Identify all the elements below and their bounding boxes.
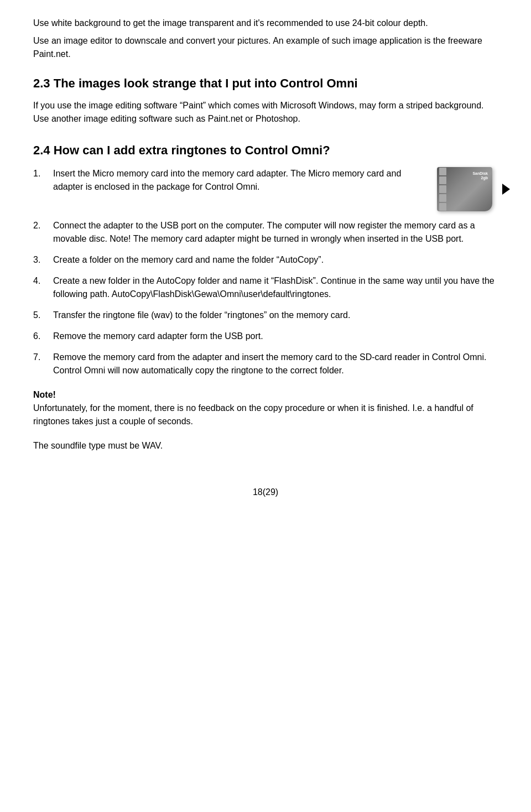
list-item: 1. Insert the Micro memory card into the… (33, 167, 498, 211)
item-text-content-1: Insert the Micro memory card into the me… (53, 169, 401, 191)
sd-stripe-2 (439, 176, 446, 184)
sd-size: 2gb (472, 176, 488, 180)
list-item: 2. Connect the adapter to the USB port o… (33, 219, 498, 246)
note-text: Unfortunately, for the moment, there is … (33, 403, 473, 426)
item-number-3: 3. (33, 253, 53, 267)
arrow-right-icon (502, 184, 510, 195)
note-heading: Note! (33, 390, 56, 399)
item-text-2: Connect the adapter to the USB port on t… (53, 219, 498, 246)
sd-card-image-container: SanDisk 2gb (437, 167, 498, 211)
item-text-4: Create a new folder in the AutoCopy fold… (53, 274, 498, 301)
list-item: 3. Create a folder on the memory card an… (33, 253, 498, 267)
section-2-4-heading: 2.4 How can I add extra ringtones to Con… (33, 141, 498, 159)
sd-stripe-5 (439, 203, 446, 211)
sd-stripe-1 (439, 168, 446, 175)
list-item: 4. Create a new folder in the AutoCopy f… (33, 274, 498, 301)
sd-card-visual: SanDisk 2gb (437, 167, 492, 211)
sd-brand: SanDisk (472, 171, 488, 176)
list-item: 5. Transfer the ringtone file (wav) to t… (33, 309, 498, 322)
item-number-4: 4. (33, 274, 53, 288)
wav-section: The soundfile type must be WAV. (33, 439, 498, 452)
sd-card-stripes (437, 167, 447, 211)
section-2-3-heading: 2.3 The images look strange that I put i… (33, 74, 498, 92)
item-number-5: 5. (33, 309, 53, 322)
sd-stripe-4 (439, 194, 446, 202)
intro-line1: Use white background to get the image tr… (33, 17, 498, 30)
item-number-7: 7. (33, 351, 53, 364)
note-section: Note! Unfortunately, for the moment, the… (33, 388, 498, 428)
list-item: 6. Remove the memory card adapter form t… (33, 330, 498, 343)
list-item: 7. Remove the memory card from the adapt… (33, 351, 498, 377)
sd-card-label: SanDisk 2gb (472, 171, 488, 181)
intro-line2: Use an image editor to downscale and con… (33, 34, 498, 61)
page-number: 18(29) (253, 487, 278, 497)
item-text-6: Remove the memory card adapter form the … (53, 330, 498, 343)
item-text-7: Remove the memory card from the adapter … (53, 351, 498, 377)
item-text-1: Insert the Micro memory card into the me… (53, 167, 426, 194)
section-2-3-para: If you use the image editing software “P… (33, 99, 498, 126)
item-number-1: 1. (33, 167, 53, 180)
item-number-6: 6. (33, 330, 53, 343)
item-number-2: 2. (33, 219, 53, 232)
ringtones-steps-list: 1. Insert the Micro memory card into the… (33, 167, 498, 377)
item-text-5: Transfer the ringtone file (wav) to the … (53, 309, 498, 322)
sd-stripe-3 (439, 185, 446, 193)
page-footer: 18(29) (33, 486, 498, 499)
item-text-3: Create a folder on the memory card and n… (53, 253, 498, 267)
